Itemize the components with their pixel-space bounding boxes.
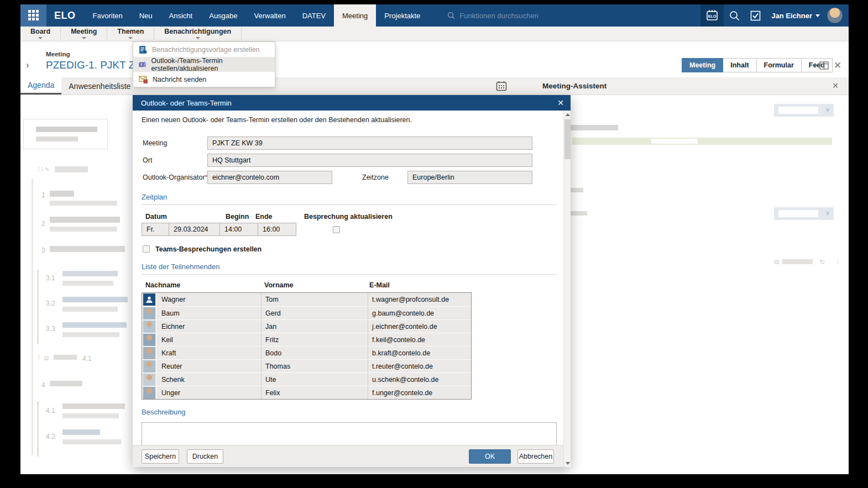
user-menu[interactable]: Jan Eichner [766,12,824,20]
ribbon-group-themen[interactable]: Themen [107,27,154,41]
nav-item-neu[interactable]: Neu [131,4,161,27]
col-besprechung-aktualisieren: Besprechung aktualisieren [304,213,393,221]
ribbon-group-label: Benachrichtigungen [164,28,231,35]
chevron-down-icon [82,37,86,39]
ribbon-group-meeting[interactable]: Meeting [61,27,107,41]
nav-right-cluster: ELO Jan Eichner [700,4,849,27]
drucken-button[interactable]: Drucken [187,449,223,464]
assistant-close-button[interactable]: ✕ [832,81,839,90]
start-time-cell[interactable]: 14:00 [219,223,258,236]
top-navigation-bar: ELO Favoriten Neu Ansicht Ausgabe Verwal… [20,4,849,27]
search-icon [729,11,740,21]
assistant-selected-row [572,138,832,145]
participant-row[interactable]: Reuter Thomas t.reuter@contelo.de [142,359,471,372]
elo-app-window: ELO Favoriten Neu Ansicht Ausgabe Verwal… [20,4,849,474]
teams-besprechungen-checkbox[interactable] [143,245,150,253]
col-ende: Ende [255,213,273,221]
close-icon: ✕ [834,60,841,71]
ok-button[interactable]: OK [469,449,511,464]
ort-field-input[interactable]: HQ Stuttgart [207,154,532,167]
ribbon-group-benachrichtigungen[interactable]: Benachrichtigungen [154,27,241,41]
scroll-down-arrow[interactable] [564,459,571,467]
participant-row[interactable]: Baum Gerd g.baum@contelo.de [142,306,471,319]
ribbon-group-label: Board [30,28,50,35]
tab-anwesenheitsliste[interactable]: Anwesenheitsliste [61,77,138,95]
beschreibung-textarea[interactable] [142,422,557,447]
speichern-button[interactable]: Speichern [142,449,179,464]
svg-text:ELO: ELO [708,14,717,18]
participant-row[interactable]: Keil Fritz f.keil@contelo.de [142,333,471,346]
zeitzone-field-input[interactable]: Europe/Berlin [407,171,532,184]
tasks-button[interactable] [745,4,766,27]
col-beginn: Beginn [226,213,249,221]
view-button-formular[interactable]: Formular [757,58,802,72]
global-search-button[interactable] [724,4,745,27]
elo-tray-button[interactable]: ELO [700,4,724,27]
menu-item-benachrichtigungsvorlage[interactable]: Benachrichtigungsvorlage erstellen [133,42,275,57]
view-button-inhalt[interactable]: Inhalt [723,58,756,72]
col-vorname: Vorname [264,281,294,289]
participant-photo [143,334,155,346]
function-search-input[interactable]: Funktionen durchsuchen [447,4,538,27]
dialog-titlebar[interactable]: Outlook- oder Teams-Termin ✕ [133,95,571,111]
benachrichtigungen-dropdown-menu: Benachrichtigungsvorlage erstellen T Out… [133,41,275,87]
user-avatar[interactable] [827,7,843,24]
teams-besprechungen-label: Teams-Besprechungen erstellen [155,245,262,253]
participant-row[interactable]: Unger Felix f.unger@contelo.de [142,386,471,399]
nav-item-favoriten[interactable]: Favoriten [85,4,131,27]
participant-row[interactable]: Kraft Bodo b.kraft@contelo.de [142,346,471,359]
agenda-outline-line [32,179,33,455]
search-placeholder: Funktionen durchsuchen [459,12,538,20]
nav-item-verwalten[interactable]: Verwalten [246,4,294,27]
screen: ELO Favoriten Neu Ansicht Ausgabe Verwal… [0,0,868,488]
participant-row[interactable]: Wagner Tom t.wagner@profconsult.de [142,293,471,306]
dialog-close-icon[interactable]: ✕ [557,98,564,107]
menu-item-label: Outlook-/Teams-Termin erstellen/aktualis… [151,57,269,72]
participant-photo [143,387,155,399]
scrollbar-thumb[interactable] [564,119,571,159]
ribbon-group-label: Meeting [71,28,97,35]
scroll-up-arrow[interactable] [564,111,571,118]
person-generic-icon [143,293,155,306]
outlook-teams-dialog: Outlook- oder Teams-Termin ✕ Einen neuen… [133,95,571,467]
app-grid-button[interactable] [20,4,46,27]
assistant-dropdown-placeholder[interactable]: ∨ [774,104,834,117]
nav-item-ausgabe[interactable]: Ausgabe [201,4,245,27]
participant-photo [143,321,155,333]
participants-table: Wagner Tom t.wagner@profconsult.de Baum … [142,292,472,400]
menu-item-outlook-teams-termin[interactable]: T Outlook-/Teams-Termin erstellen/aktual… [133,57,275,72]
collapse-panel-chevron[interactable]: › [26,60,29,71]
nav-item-projektakte[interactable]: Projektakte [376,4,428,27]
chevron-down-icon: ∨ [825,106,830,113]
participant-row[interactable]: Schenk Ute u.schenk@contelo.de [142,372,471,386]
day-cell[interactable]: Fr. [142,223,169,236]
organisator-field-input[interactable]: eichner@contelo.com [207,171,332,184]
besprechung-aktualisieren-checkbox[interactable] [333,226,340,233]
agenda-sub-line [37,270,39,344]
assistant-dropdown-placeholder[interactable]: ∨ [774,207,834,220]
nav-item-datev[interactable]: DATEV [294,4,334,27]
organisator-field-label: Outlook-Organisator* [143,171,207,184]
abbrechen-button[interactable]: Abbrechen [517,449,554,464]
nav-item-meeting[interactable]: Meeting [334,4,376,27]
layout-toggle-button[interactable] [818,60,829,71]
close-view-button[interactable]: ✕ [832,60,843,71]
nav-item-ansicht[interactable]: Ansicht [161,4,201,27]
assistant-skeleton-bar [569,188,583,192]
participant-row[interactable]: Eichner Jan j.eichner@contelo.de [142,319,471,333]
menu-item-nachricht-senden[interactable]: Nachricht senden [133,72,275,87]
end-time-cell[interactable]: 16:00 [258,223,296,236]
split-layout-icon [819,61,829,70]
menu-item-label: Nachricht senden [153,76,206,83]
date-cell[interactable]: 29.03.2024 [169,223,220,236]
participant-photo [143,307,155,319]
ribbon-bar: Board Meeting Themen Benachrichtigungen [20,27,849,41]
chevron-down-icon [815,14,820,17]
meeting-field-input[interactable]: PJKT ZE KW 39 [207,137,532,150]
view-button-meeting[interactable]: Meeting [682,58,723,72]
dialog-scrollbar[interactable] [563,111,571,467]
zeitplan-section-heading: Zeitplan [142,193,557,205]
tab-agenda[interactable]: Agenda [20,77,61,95]
dialog-subtitle: Einen neuen Outlook- oder Teams-Termin e… [142,116,412,124]
ribbon-group-board[interactable]: Board [20,27,60,41]
